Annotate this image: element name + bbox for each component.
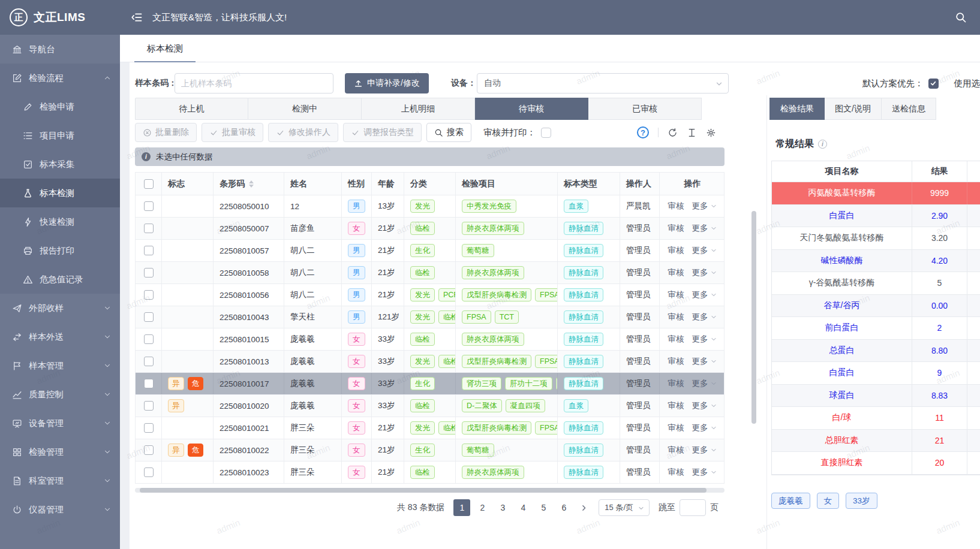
page-number-5[interactable]: 5 xyxy=(535,499,552,516)
vertical-scrollbar-thumb[interactable] xyxy=(751,211,756,424)
text-height-icon[interactable] xyxy=(687,128,697,138)
result-row[interactable]: γ-谷氨酰基转移酶5 xyxy=(772,272,980,295)
toolbar-button-0[interactable]: 批量删除 xyxy=(135,123,197,142)
row-checkbox[interactable] xyxy=(144,312,154,322)
toolbar-button-3[interactable]: 调整报告类型 xyxy=(343,123,422,142)
status-tab-3[interactable]: 待审核 xyxy=(475,98,588,120)
audit-action[interactable]: 审核 xyxy=(668,201,684,212)
device-select[interactable]: 自动 xyxy=(477,73,729,93)
table-row[interactable]: 异22508010020庞羲羲女33岁临检D-二聚体凝血四项血浆管理员审核更多 xyxy=(136,395,724,417)
sidebar-item-6[interactable]: 设备管理 xyxy=(0,409,120,438)
search-icon[interactable] xyxy=(955,11,967,23)
status-tab-2[interactable]: 上机明细 xyxy=(362,98,475,120)
more-action[interactable]: 更多 xyxy=(692,267,717,278)
row-checkbox[interactable] xyxy=(144,467,154,477)
table-row[interactable]: 22508010056胡八二男21岁发光PCR戊型肝炎病毒检测FPSA静脉血清管… xyxy=(136,284,724,306)
row-checkbox[interactable] xyxy=(144,268,154,277)
result-tab-1[interactable]: 图文/说明 xyxy=(825,98,882,120)
audit-action[interactable]: 审核 xyxy=(668,378,684,389)
page-size-select[interactable]: 15 条/页 xyxy=(599,499,650,516)
sort-icon[interactable] xyxy=(249,180,254,188)
table-row[interactable]: 22508010058胡八二男21岁临检肺炎衣原体两项静脉血清管理员审核更多 xyxy=(136,262,724,284)
more-action[interactable]: 更多 xyxy=(692,356,717,367)
sidebar-item-3[interactable]: 样本外送 xyxy=(0,322,120,351)
row-checkbox[interactable] xyxy=(144,423,154,433)
more-action[interactable]: 更多 xyxy=(692,445,717,456)
sidebar-subitem-1-2[interactable]: 标本采集 xyxy=(0,150,120,179)
more-action[interactable]: 更多 xyxy=(692,312,717,322)
table-row[interactable]: 22508010057胡八二男21岁生化葡萄糖静脉血清管理员审核更多 xyxy=(136,240,724,262)
sidebar-item-8[interactable]: 科室管理 xyxy=(0,466,120,495)
select-all-checkbox[interactable] xyxy=(144,179,154,189)
patient-badge-0[interactable]: 庞羲羲 xyxy=(771,493,810,509)
audit-action[interactable]: 审核 xyxy=(668,400,684,411)
audit-action[interactable]: 审核 xyxy=(668,423,684,433)
refresh-icon[interactable] xyxy=(668,128,678,138)
horizontal-scrollbar[interactable] xyxy=(135,488,725,493)
question-icon[interactable]: ? xyxy=(637,126,649,138)
supplement-button[interactable]: 申请补录/修改 xyxy=(345,73,429,93)
result-row[interactable]: 天门冬氨酸氨基转移酶3.20 xyxy=(772,227,980,250)
more-action[interactable]: 更多 xyxy=(692,378,717,389)
toolbar-button-2[interactable]: 修改操作人 xyxy=(268,123,338,142)
patient-badge-1[interactable]: 女 xyxy=(817,493,840,509)
row-checkbox[interactable] xyxy=(144,379,154,388)
jump-page-input[interactable] xyxy=(680,499,706,516)
row-checkbox[interactable] xyxy=(144,290,154,300)
more-action[interactable]: 更多 xyxy=(692,245,717,256)
page-number-1[interactable]: 1 xyxy=(453,499,470,516)
row-checkbox[interactable] xyxy=(144,201,154,211)
result-row[interactable]: 总蛋白8.80 xyxy=(772,340,980,363)
sidebar-subitem-1-0[interactable]: 检验申请 xyxy=(0,92,120,121)
table-row[interactable]: 22508010013庞羲羲女33岁发光临检戊型肝炎病毒检测FPSATCT静脉血… xyxy=(136,351,724,373)
sidebar-item-5[interactable]: 质量控制 xyxy=(0,380,120,409)
status-tab-4[interactable]: 已审核 xyxy=(588,98,702,120)
toolbar-button-1[interactable]: 批量审核 xyxy=(202,123,263,142)
page-number-2[interactable]: 2 xyxy=(474,499,491,516)
more-action[interactable]: 更多 xyxy=(692,223,717,234)
row-checkbox[interactable] xyxy=(144,357,154,366)
row-checkbox[interactable] xyxy=(144,246,154,255)
more-action[interactable]: 更多 xyxy=(692,201,717,212)
sidebar-subitem-1-3[interactable]: 标本检测 xyxy=(0,179,120,207)
next-page-icon[interactable] xyxy=(576,499,591,516)
page-number-4[interactable]: 4 xyxy=(515,499,531,516)
sidebar-item-9[interactable]: 仪器管理 xyxy=(0,495,120,524)
audit-action[interactable]: 审核 xyxy=(668,245,684,256)
audit-action[interactable]: 审核 xyxy=(668,445,684,456)
sidebar-item-4[interactable]: 样本管理 xyxy=(0,351,120,380)
audit-action[interactable]: 审核 xyxy=(668,289,684,300)
print-checkbox[interactable] xyxy=(541,128,551,138)
toolbar-button-4[interactable]: 搜索 xyxy=(426,123,471,142)
row-checkbox[interactable] xyxy=(144,224,154,233)
row-checkbox[interactable] xyxy=(144,445,154,455)
result-row[interactable]: 前白蛋白2 xyxy=(772,317,980,340)
sidebar-item-2[interactable]: 外部收样 xyxy=(0,294,120,322)
table-row[interactable]: 异危22508010017庞羲羲女33岁生化肾功三项肝功十二项总蛋白静脉血清管理… xyxy=(136,373,724,395)
result-row[interactable]: 球蛋白8.83 xyxy=(772,385,980,408)
more-action[interactable]: 更多 xyxy=(692,467,717,478)
sidebar-subitem-1-1[interactable]: 项目申请 xyxy=(0,121,120,150)
result-row[interactable]: 碱性磷酸酶4.20 xyxy=(772,250,980,273)
result-row[interactable]: 白/球11 xyxy=(772,407,980,430)
result-row[interactable]: 谷草/谷丙0.00 xyxy=(772,295,980,318)
page-number-3[interactable]: 3 xyxy=(494,499,511,516)
audit-action[interactable]: 审核 xyxy=(668,467,684,478)
page-tab-specimen-test[interactable]: 标本检测 xyxy=(134,43,196,62)
gear-icon[interactable] xyxy=(706,128,716,138)
result-tab-0[interactable]: 检验结果 xyxy=(769,98,825,120)
sidebar-item-7[interactable]: 检验管理 xyxy=(0,438,120,466)
table-row[interactable]: 22508010015庞羲羲女33岁临检肺炎衣原体两项静脉血清管理员审核更多 xyxy=(136,328,724,351)
sidebar-subitem-1-4[interactable]: 快速检测 xyxy=(0,207,120,236)
result-row[interactable]: 总胆红素21 xyxy=(772,430,980,453)
table-row[interactable]: 22508010043擎天柱男121岁发光临检FPSATCT静脉血清管理员审核更… xyxy=(136,306,724,328)
audit-action[interactable]: 审核 xyxy=(668,223,684,234)
audit-action[interactable]: 审核 xyxy=(668,356,684,367)
default-plan-checkbox[interactable] xyxy=(928,79,939,89)
page-number-6[interactable]: 6 xyxy=(555,499,572,516)
table-row[interactable]: 异危22508010022胖三朵女21岁生化葡萄糖静脉血清管理员审核更多 xyxy=(136,439,724,461)
more-action[interactable]: 更多 xyxy=(692,289,717,300)
table-row[interactable]: 22508010023胖三朵女21岁临检肺炎衣原体两项静脉血清管理员审核更多 xyxy=(136,461,724,484)
more-action[interactable]: 更多 xyxy=(692,400,717,411)
table-row[interactable]: 22508050007苗彦鱼女21岁临检肺炎衣原体两项静脉血清管理员审核更多 xyxy=(136,218,724,240)
